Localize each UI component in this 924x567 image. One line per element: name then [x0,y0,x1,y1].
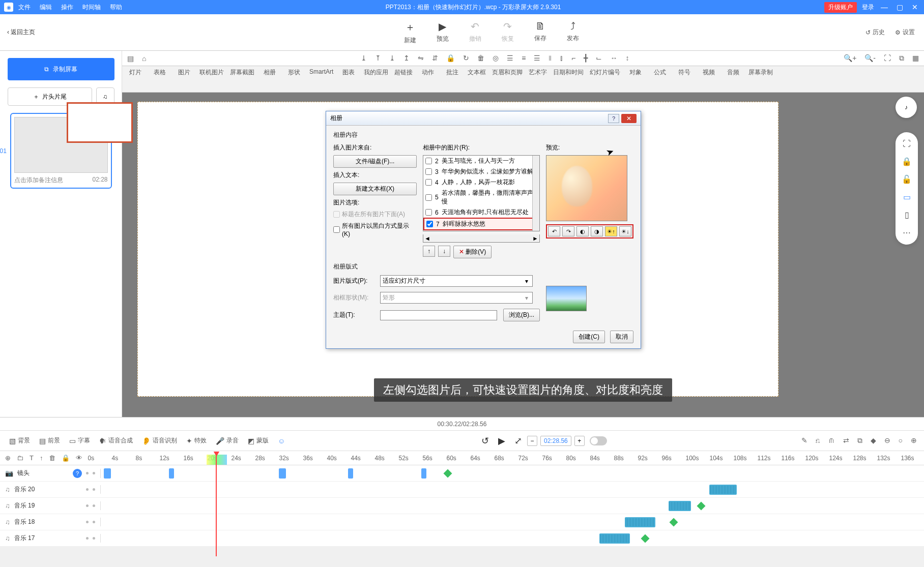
zoom-out-tl-icon[interactable]: ⊖ [884,436,890,445]
smile-button[interactable]: ☺ [276,436,287,446]
link-icon[interactable]: ⇄ [843,436,849,445]
contrast-up-button[interactable]: ◐ [576,226,589,236]
dialog-close-button[interactable]: ✕ [621,114,637,123]
clip[interactable] [169,468,174,479]
back-home-button[interactable]: ‹ 返回主页 [5,28,117,37]
time-minus-button[interactable]: − [527,436,537,446]
valign-mid-icon[interactable]: ╋ [584,54,588,63]
marker-icon[interactable]: ⧉ [857,436,862,445]
folder-icon[interactable]: 🗀 [17,454,23,462]
playhead[interactable] [216,455,217,556]
rewind-button[interactable]: ↺ [481,435,489,446]
split-icon[interactable]: ⎌ [816,436,820,445]
record-screen-button[interactable]: ⧉ 录制屏幕 [8,58,114,80]
flip-h-icon[interactable]: ⇋ [418,54,424,63]
clip[interactable] [104,468,111,479]
space-h-icon[interactable]: ↔ [610,54,617,63]
align-top-icon[interactable]: ⤒ [375,54,381,63]
rotate-left-button[interactable]: ↶ [548,226,560,236]
download-icon[interactable]: ⤓ [361,54,367,63]
save-button[interactable]: 🗎保存 [534,20,546,45]
fx-button[interactable]: ✦特效 [184,435,209,446]
lock-icon[interactable]: 🔒 [446,54,455,63]
time-ruler[interactable]: 0s4s8s12s16s20s24s28s32s36s40s44s48s52s5… [88,455,924,462]
refresh-icon[interactable]: ↻ [463,54,469,63]
menu-timeline[interactable]: 时间轴 [82,3,101,12]
bg-button[interactable]: ▧背景 [7,435,32,446]
help-badge[interactable]: ? [73,469,82,478]
preview-button[interactable]: ▶预览 [437,20,449,45]
valign-top-icon[interactable]: ⌐ [571,54,575,63]
zoom-reset-tl-icon[interactable]: ○ [899,436,903,445]
grid-icon[interactable]: ▦ [912,54,919,63]
audio-clip[interactable] [709,485,737,495]
login-button[interactable]: 登录 [862,3,874,12]
trash-track-icon[interactable]: 🗑 [49,454,55,462]
layer-icon[interactable]: ▤ [127,54,134,63]
clip[interactable] [421,468,426,479]
record-audio-button[interactable]: 🎤录音 [214,435,241,446]
audio-clip[interactable] [625,517,655,527]
align-up-icon[interactable]: ↥ [403,54,410,63]
dist-v-icon[interactable]: ⫿ [560,54,563,63]
target-icon[interactable]: ◎ [493,54,499,63]
lock-track-icon[interactable]: 🔒 [62,454,70,462]
file-disk-button[interactable]: 文件/磁盘(F)... [333,155,417,168]
publish-button[interactable]: ⤴发布 [567,20,579,45]
stt-button[interactable]: 👂语音识别 [140,435,179,446]
keyframe[interactable] [697,502,706,511]
edit-icon[interactable]: ✎ [801,436,807,445]
align-left-icon[interactable]: ☰ [507,54,513,63]
upgrade-button[interactable]: 升级账户 [824,2,857,13]
keyframe-tool-icon[interactable]: ◆ [871,436,876,445]
menu-file[interactable]: 文件 [18,3,31,12]
desktop-icon[interactable]: ▭ [903,192,911,202]
menu-help[interactable]: 帮助 [110,3,122,12]
move-up-button[interactable]: ↑ [423,246,435,257]
clip[interactable] [279,468,286,479]
align-bottom-icon[interactable]: ⤓ [389,54,395,63]
undo-button[interactable]: ↶撤销 [469,20,481,45]
align-right-icon[interactable]: ☰ [534,54,540,63]
subtitle-button[interactable]: ▭字幕 [67,435,92,446]
more-icon[interactable]: ⋯ [903,228,911,237]
clip[interactable] [348,468,353,479]
snap-toggle[interactable] [590,436,607,445]
brightness-down-button[interactable]: ☀↓ [619,226,631,236]
home-icon[interactable]: ⌂ [142,54,146,63]
mobile-icon[interactable]: ▯ [905,210,909,220]
time-plus-button[interactable]: + [574,436,585,446]
selection-region[interactable] [207,455,227,465]
brightness-up-button[interactable]: ☀↑ [605,226,617,236]
dialog-help-button[interactable]: ? [608,114,619,123]
keyframe[interactable] [670,518,678,527]
keyframe[interactable] [444,469,452,478]
lock-closed-icon[interactable]: 🔒 [902,157,912,166]
audio-clip[interactable] [599,533,630,544]
all-bw-checkbox[interactable]: 所有图片以黑白方式显示(K) [333,222,417,237]
remove-button[interactable]: ✕ 删除(V) [453,246,492,258]
play-button[interactable]: ▶ [498,435,505,446]
new-textbox-button[interactable]: 新建文本框(X) [333,183,417,195]
menu-action[interactable]: 操作 [61,3,73,12]
mask-button[interactable]: ◩蒙版 [246,435,271,446]
pic-layout-select[interactable]: 适应幻灯片尺寸▾ [380,275,533,287]
fullscreen-button[interactable]: ⤢ [514,435,522,446]
cancel-button[interactable]: 取消 [610,331,633,343]
minimize-button[interactable]: — [879,3,889,11]
text-tool-icon[interactable]: T [30,454,34,462]
theme-input[interactable] [380,310,497,320]
maximize-button[interactable]: ▢ [894,3,905,11]
list-scrollbar[interactable] [532,156,539,231]
menu-edit[interactable]: 编辑 [40,3,52,12]
create-button[interactable]: 创建(C) [573,331,605,343]
image-list[interactable]: 2美玉与琉光，佳人与天一方 3年华匆匆似流水，尘缘如梦方谁解 4人静，人静，风弄… [423,155,540,231]
scene-note[interactable]: 点击添加备注信息 [14,176,63,185]
trash-icon[interactable]: 🗑 [477,54,484,63]
zoom-in-icon[interactable]: 🔍+ [844,54,856,63]
filter-icon[interactable]: ⫙ [828,436,835,445]
settings-button[interactable]: ⚙设置 [895,28,915,37]
audio-clip[interactable] [669,501,691,511]
history-button[interactable]: ↺历史 [865,28,885,37]
valign-bot-icon[interactable]: ⌙ [596,54,602,63]
